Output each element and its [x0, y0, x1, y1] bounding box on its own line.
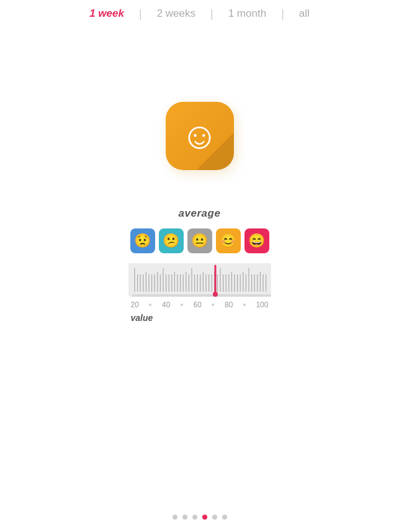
nav-item-1week[interactable]: 1 week	[74, 7, 139, 20]
scale-label-100: 100	[256, 300, 268, 309]
scale-label-60: 60	[193, 300, 201, 309]
emoji-neutral-button[interactable]: 😐	[187, 228, 212, 253]
page-dot-3[interactable]	[192, 515, 197, 520]
smiley-icon: ☺	[166, 102, 234, 170]
scale-label-40: 40	[162, 300, 170, 309]
scale-labels: 20 40 60 80 100	[128, 300, 271, 309]
ruler-container: 20 40 60 80 100 value	[128, 263, 271, 323]
emoji-rating-row: 😟 😕 😐 😊 😄	[130, 228, 269, 253]
average-section: average 😟 😕 😐 😊 😄	[0, 207, 399, 323]
page-dot-1[interactable]	[173, 515, 177, 520]
svg-rect-0	[128, 263, 271, 297]
emoji-happy-button[interactable]: 😊	[216, 228, 241, 253]
emoji-sad-button[interactable]: 😕	[159, 228, 184, 253]
main-icon-container: ☺	[0, 102, 399, 170]
nav-item-2weeks[interactable]: 2 weeks	[142, 7, 210, 20]
scale-dot-4	[243, 304, 246, 306]
scale-label-80: 80	[225, 300, 233, 309]
page-dot-2[interactable]	[182, 515, 187, 520]
page-dot-4-active[interactable]	[202, 515, 207, 520]
nav-item-all[interactable]: all	[284, 7, 325, 20]
value-label: value	[128, 313, 271, 323]
scale-label-20: 20	[131, 300, 139, 309]
nav-item-1month[interactable]: 1 month	[213, 7, 281, 20]
time-filter-nav: 1 week | 2 weeks | 1 month | all	[0, 0, 399, 27]
scale-dot-3	[212, 304, 214, 306]
average-label: average	[179, 207, 221, 220]
scale-dot-1	[149, 304, 151, 306]
emoji-very-sad-button[interactable]: 😟	[130, 228, 155, 253]
page-dots	[0, 515, 399, 520]
page-dot-6[interactable]	[222, 515, 227, 520]
smiley-face-emoji: ☺	[181, 117, 218, 155]
ruler	[128, 263, 271, 297]
svg-rect-50	[132, 294, 271, 297]
ruler-svg	[128, 263, 271, 297]
emoji-very-happy-button[interactable]: 😄	[244, 228, 269, 253]
scale-dot-2	[181, 304, 183, 306]
page-dot-5[interactable]	[212, 515, 217, 520]
